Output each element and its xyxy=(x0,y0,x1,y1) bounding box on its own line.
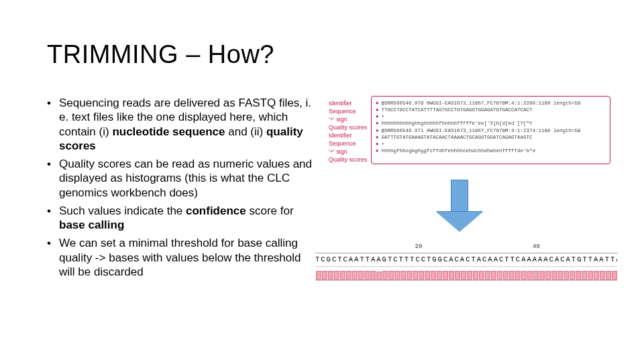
histogram-bar xyxy=(557,271,563,280)
bullet-dot-icon: ● xyxy=(376,128,379,133)
bullet-column: Sequencing reads are delivered as FASTQ … xyxy=(47,96,315,283)
histogram-bar xyxy=(515,271,521,280)
histogram-bar xyxy=(485,271,490,280)
histogram-bar xyxy=(328,271,333,280)
histogram-bar xyxy=(539,271,545,280)
histogram-bar xyxy=(545,271,551,280)
histogram-sequence: TCGCTCAATTAAGTCTTTCCTGGCACACTACAACTTCAAA… xyxy=(315,255,617,263)
histogram-bar xyxy=(533,271,539,280)
histogram-bar xyxy=(570,271,575,280)
bullet-dot-icon: ● xyxy=(376,148,379,154)
histogram-bar xyxy=(576,271,581,280)
histogram-bar xyxy=(497,271,502,280)
histogram-bar xyxy=(400,271,406,280)
fastq-label-plus: '+' sign xyxy=(329,148,367,156)
histogram-bar xyxy=(437,271,442,280)
histogram-bar xyxy=(551,271,557,280)
bullet-3: Such values indicate the confidence scor… xyxy=(47,204,315,233)
fastq-label-quality: Quality scores xyxy=(329,124,367,132)
histogram-bar xyxy=(358,271,364,280)
bullet-dot-icon: ● xyxy=(376,121,379,126)
histogram-bar xyxy=(600,271,605,280)
histogram-bar xyxy=(316,271,321,280)
fastq-label-plus: '+' sign xyxy=(329,116,367,124)
histogram-bar xyxy=(521,271,527,280)
histogram-bar xyxy=(382,271,388,280)
fastq-label-identifier: Identifier xyxy=(329,132,367,140)
histogram-bar xyxy=(509,271,515,280)
page-title: TRIMMING – How? xyxy=(47,40,597,69)
histogram-bar xyxy=(564,271,569,280)
bullet-dot-icon: ● xyxy=(376,141,379,147)
histogram-bars xyxy=(315,266,617,281)
histogram-bar xyxy=(334,271,339,280)
histogram-bar xyxy=(370,271,376,280)
histogram-bar xyxy=(473,271,478,280)
histogram-bar xyxy=(364,271,370,280)
histogram-bar xyxy=(455,271,460,280)
histogram-bar xyxy=(407,271,412,280)
histogram-bar xyxy=(394,271,400,280)
fastq-label-column: Identifier Sequence '+' sign Quality sco… xyxy=(329,96,367,164)
histogram-bar xyxy=(588,271,593,280)
fastq-content-box: ●@SRR566546.970 HWUSI-EAS1673_11067_FC70… xyxy=(371,96,610,164)
bullet-4: We can set a minimal threshold for base … xyxy=(47,236,315,279)
histogram-bar xyxy=(461,271,466,280)
histogram-bar xyxy=(582,271,587,280)
histogram-bar xyxy=(467,271,472,280)
histogram-bar xyxy=(419,271,424,280)
histogram-bar xyxy=(449,271,454,280)
bullet-1: Sequencing reads are delivered as FASTQ … xyxy=(47,96,315,153)
tick-label: 20 xyxy=(415,243,423,250)
histogram-bar xyxy=(527,271,533,280)
fastq-label-sequence: Sequence xyxy=(329,108,367,116)
fastq-label-identifier: Identifier xyxy=(329,100,367,108)
fastq-label-sequence: Sequence xyxy=(329,140,367,148)
histogram-bar xyxy=(479,271,484,280)
quality-histogram: 20 40 TCGCTCAATTAAGTCTTTCCTGGCACACTACAAC… xyxy=(315,243,617,281)
histogram-axis-ticks: 20 40 xyxy=(315,243,617,253)
histogram-bar xyxy=(346,271,352,280)
bullet-dot-icon: ● xyxy=(376,107,379,113)
bullet-dot-icon: ● xyxy=(376,101,379,106)
bullet-dot-icon: ● xyxy=(376,135,379,140)
histogram-bar xyxy=(388,271,394,280)
histogram-bar xyxy=(431,271,436,280)
tick-label: 40 xyxy=(533,243,540,250)
histogram-bar xyxy=(425,271,430,280)
histogram-bar xyxy=(413,271,418,280)
histogram-bar xyxy=(606,271,611,280)
histogram-bar xyxy=(491,271,496,280)
arrow-down-icon xyxy=(436,180,483,233)
fastq-diagram: Identifier Sequence '+' sign Quality sco… xyxy=(329,96,610,164)
bullet-dot-icon: ● xyxy=(376,114,379,119)
histogram-bar xyxy=(503,271,508,280)
bullet-2: Quality scores can be read as numeric va… xyxy=(47,157,315,200)
histogram-bar xyxy=(443,271,448,280)
histogram-bar xyxy=(594,271,599,280)
histogram-bar xyxy=(322,271,327,280)
histogram-bar xyxy=(352,271,358,280)
histogram-bar xyxy=(612,271,617,280)
histogram-bar xyxy=(340,271,345,280)
fastq-label-quality: Quality scores xyxy=(329,156,367,164)
histogram-bar xyxy=(376,272,382,280)
